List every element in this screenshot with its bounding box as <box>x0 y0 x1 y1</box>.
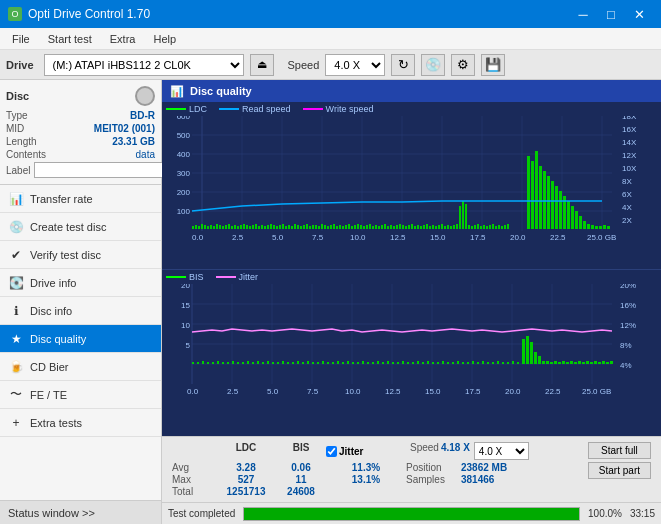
svg-rect-267 <box>497 361 499 364</box>
nav-verify-test-disc[interactable]: ✔ Verify test disc <box>0 241 161 269</box>
svg-rect-58 <box>237 226 239 229</box>
svg-rect-250 <box>412 362 414 364</box>
start-buttons: Start full Start part <box>588 442 651 479</box>
stats-speed-select[interactable]: 4.0 X <box>474 442 529 460</box>
svg-rect-244 <box>382 362 384 364</box>
type-key: Type <box>6 110 28 121</box>
nav-transfer-rate[interactable]: 📊 Transfer rate <box>0 185 161 213</box>
svg-rect-43 <box>192 226 194 229</box>
ldc-header: LDC <box>216 442 276 460</box>
svg-text:2.5: 2.5 <box>232 233 244 242</box>
svg-rect-235 <box>337 361 339 364</box>
label-key: Label <box>6 165 30 176</box>
close-button[interactable]: ✕ <box>625 0 653 28</box>
menu-extra[interactable]: Extra <box>102 31 144 47</box>
nav-cd-bier-label: CD Bier <box>30 361 69 373</box>
nav-disc-quality-label: Disc quality <box>30 333 86 345</box>
svg-rect-288 <box>586 361 589 364</box>
progress-time: 33:15 <box>630 508 655 519</box>
svg-rect-259 <box>457 361 459 364</box>
svg-text:5.0: 5.0 <box>267 387 279 396</box>
minimize-button[interactable]: ─ <box>569 0 597 28</box>
svg-rect-102 <box>369 224 371 229</box>
svg-rect-282 <box>562 361 565 364</box>
svg-text:2X: 2X <box>622 216 632 225</box>
progress-section: Test completed 100.0% 33:15 <box>162 502 661 524</box>
progress-bar <box>243 507 580 521</box>
svg-rect-280 <box>554 361 557 364</box>
svg-rect-116 <box>411 224 413 229</box>
total-ldc: 1251713 <box>216 486 276 497</box>
svg-rect-77 <box>294 224 296 229</box>
menu-help[interactable]: Help <box>145 31 184 47</box>
maximize-button[interactable]: □ <box>597 0 625 28</box>
svg-rect-51 <box>216 224 218 229</box>
nav-extra-tests[interactable]: + Extra tests <box>0 409 161 437</box>
svg-rect-240 <box>362 361 364 364</box>
start-part-button[interactable]: Start part <box>588 462 651 479</box>
svg-rect-233 <box>327 362 329 364</box>
svg-text:25.0 GB: 25.0 GB <box>582 387 611 396</box>
refresh-button[interactable]: ↻ <box>391 54 415 76</box>
save-button[interactable]: 💾 <box>481 54 505 76</box>
nav-create-test-disc[interactable]: 💿 Create test disc <box>0 213 161 241</box>
svg-rect-292 <box>602 361 605 364</box>
status-window-label: Status window >> <box>8 507 95 519</box>
drive-select[interactable]: (M:) ATAPI iHBS112 2 CL0K <box>44 54 244 76</box>
svg-rect-53 <box>222 226 224 229</box>
svg-text:17.5: 17.5 <box>465 387 481 396</box>
svg-rect-236 <box>342 362 344 364</box>
svg-text:600: 600 <box>177 116 191 121</box>
nav-cd-bier[interactable]: 🍺 CD Bier <box>0 353 161 381</box>
nav-disc-quality[interactable]: ★ Disc quality <box>0 325 161 353</box>
svg-rect-144 <box>495 226 497 229</box>
svg-rect-210 <box>212 362 214 364</box>
menu-start-test[interactable]: Start test <box>40 31 100 47</box>
nav-fe-te[interactable]: 〜 FE / TE <box>0 381 161 409</box>
svg-rect-241 <box>367 362 369 364</box>
nav-drive-info[interactable]: 💽 Drive info <box>0 269 161 297</box>
svg-text:4X: 4X <box>622 203 632 212</box>
svg-rect-68 <box>267 225 269 229</box>
svg-rect-216 <box>242 362 244 364</box>
svg-rect-137 <box>474 225 476 229</box>
svg-rect-157 <box>559 191 562 229</box>
svg-rect-100 <box>363 226 365 229</box>
label-input[interactable] <box>34 162 167 178</box>
start-full-button[interactable]: Start full <box>588 442 651 459</box>
svg-rect-209 <box>207 362 209 364</box>
svg-rect-266 <box>492 362 494 364</box>
svg-rect-74 <box>285 226 287 229</box>
eject-button[interactable]: ⏏ <box>250 54 274 76</box>
svg-text:20: 20 <box>181 284 190 290</box>
svg-rect-83 <box>312 225 314 229</box>
svg-text:15.0: 15.0 <box>425 387 441 396</box>
svg-rect-70 <box>273 225 275 229</box>
svg-rect-269 <box>507 362 509 364</box>
svg-rect-89 <box>330 225 332 229</box>
jitter-checkbox[interactable] <box>326 446 337 457</box>
svg-rect-211 <box>217 361 219 364</box>
svg-rect-258 <box>452 362 454 364</box>
svg-rect-226 <box>292 362 294 364</box>
svg-rect-130 <box>453 225 455 229</box>
svg-rect-62 <box>249 226 251 229</box>
menu-file[interactable]: File <box>4 31 38 47</box>
svg-rect-246 <box>392 362 394 364</box>
svg-rect-67 <box>264 226 266 229</box>
svg-rect-166 <box>595 226 598 229</box>
settings-button[interactable]: ⚙ <box>451 54 475 76</box>
disc-button[interactable]: 💿 <box>421 54 445 76</box>
speed-select[interactable]: 4.0 X <box>325 54 385 76</box>
svg-rect-76 <box>291 226 293 229</box>
status-window-button[interactable]: Status window >> <box>0 500 161 524</box>
nav-disc-info[interactable]: ℹ Disc info <box>0 297 161 325</box>
verify-test-disc-icon: ✔ <box>8 247 24 263</box>
svg-rect-151 <box>535 151 538 229</box>
cd-bier-icon: 🍺 <box>8 359 24 375</box>
max-bis: 11 <box>276 474 326 485</box>
dq-header-icon: 📊 <box>170 85 184 98</box>
window-controls: ─ □ ✕ <box>569 0 653 28</box>
bottom-chart-svg: 20 15 10 5 20% 16% 12% 8% 4% 0.0 2.5 5.0… <box>162 284 652 399</box>
svg-rect-82 <box>309 226 311 229</box>
